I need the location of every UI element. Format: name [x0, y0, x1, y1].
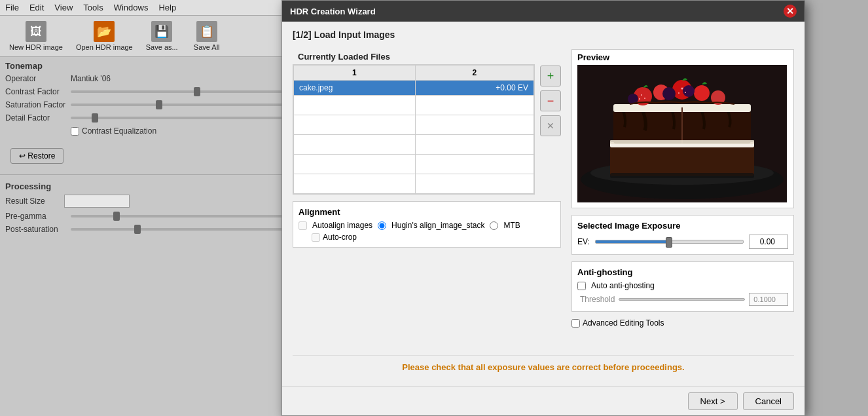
- alignment-options: Autoalign images Hugin's align_image_sta…: [298, 221, 555, 242]
- svg-point-20: [678, 92, 679, 94]
- exposure-section: Selected Image Exposure EV:: [571, 215, 794, 255]
- step-title: [1/2] Load Input Images: [293, 29, 794, 40]
- remove-file-button[interactable]: −: [540, 90, 561, 111]
- svg-point-10: [694, 85, 710, 101]
- autoalign-row: Autoalign images Hugin's align_image_sta…: [298, 221, 555, 230]
- empty-row-3: [294, 135, 534, 155]
- menu-help[interactable]: Help: [158, 3, 176, 12]
- new-hdr-icon: 🖼: [26, 21, 46, 42]
- ev-label: EV:: [577, 237, 590, 246]
- alignment-title: Alignment: [298, 207, 555, 217]
- post-saturation-slider[interactable]: [71, 228, 283, 231]
- mtb-radio[interactable]: [490, 221, 498, 230]
- saturation-slider[interactable]: [71, 104, 283, 106]
- mtb-label: MTB: [503, 221, 520, 230]
- left-panel: Currently Loaded Files 1 2: [293, 49, 561, 349]
- svg-point-12: [662, 87, 676, 100]
- files-with-controls: 1 2 cake.jpeg +0.00 EV: [293, 64, 561, 195]
- preview-image: [577, 65, 787, 202]
- files-table: 1 2 cake.jpeg +0.00 EV: [293, 65, 534, 194]
- menu-windows[interactable]: Windows: [114, 3, 149, 12]
- result-size-row: Result Size: [0, 193, 288, 210]
- menu-tools[interactable]: Tools: [83, 3, 103, 12]
- threshold-input[interactable]: [749, 293, 788, 306]
- svg-rect-3: [610, 143, 754, 176]
- ev-input[interactable]: [749, 235, 788, 249]
- svg-point-16: [644, 98, 645, 99]
- save-as-icon: 💾: [151, 21, 172, 42]
- empty-row-2: [294, 115, 534, 135]
- app-menubar: File Edit View Tools Windows Help: [0, 0, 288, 16]
- result-size-label: Result Size: [5, 197, 64, 206]
- contrast-eq-checkbox[interactable]: [71, 127, 79, 136]
- svg-point-18: [681, 88, 683, 90]
- processing-title: Processing: [0, 178, 288, 193]
- contrast-row: Contrast Factor: [0, 85, 288, 98]
- contrast-eq-label: Contrast Equalization: [82, 126, 156, 136]
- result-size-input[interactable]: [64, 195, 130, 208]
- hugin-label: Hugin's align_image_stack: [391, 221, 484, 230]
- menu-file[interactable]: File: [5, 3, 19, 12]
- svg-point-17: [639, 98, 640, 100]
- save-as-button[interactable]: 💾 Save as...: [142, 20, 182, 52]
- dialog-close-button[interactable]: ✕: [784, 5, 797, 18]
- dialog-body: [1/2] Load Input Images Currently Loaded…: [282, 22, 805, 387]
- clear-files-button[interactable]: ✕: [540, 115, 561, 136]
- alignment-section: Alignment Autoalign images Hugin's align…: [293, 201, 561, 248]
- post-saturation-label: Post-saturation: [5, 225, 71, 234]
- save-all-button[interactable]: 📋 Save All: [187, 20, 226, 52]
- threshold-row: Threshold: [577, 293, 788, 306]
- hdr-wizard-dialog: HDR Creation Wizard ✕ [1/2] Load Input I…: [281, 0, 805, 416]
- anti-ghosting-options: Auto anti-ghosting Threshold: [577, 281, 788, 306]
- file-controls: + − ✕: [540, 64, 561, 136]
- ev-slider[interactable]: [595, 240, 744, 244]
- anti-ghosting-section: Anti-ghosting Auto anti-ghosting Thresho…: [571, 261, 794, 312]
- empty-row-5: [294, 174, 534, 194]
- main-content: Currently Loaded Files 1 2: [293, 49, 794, 349]
- add-file-button[interactable]: +: [540, 66, 561, 86]
- threshold-slider[interactable]: [619, 298, 745, 301]
- menu-view[interactable]: View: [54, 3, 73, 12]
- cancel-button[interactable]: Cancel: [743, 392, 794, 410]
- advanced-editing-label: Advanced Editing Tools: [583, 318, 664, 328]
- dialog-title: HDR Creation Wizard: [290, 7, 376, 16]
- autoalign-checkbox[interactable]: [298, 221, 307, 230]
- next-button[interactable]: Next >: [688, 392, 738, 410]
- menu-edit[interactable]: Edit: [29, 3, 44, 12]
- pre-gamma-slider[interactable]: [71, 215, 283, 217]
- col2-header: 2: [415, 66, 533, 81]
- threshold-label: Threshold: [580, 295, 615, 304]
- svg-rect-22: [610, 173, 754, 178]
- auto-antighost-checkbox[interactable]: [577, 282, 586, 290]
- svg-rect-21: [610, 140, 754, 144]
- warning-text: Please check that all exposure values ar…: [293, 355, 794, 379]
- advanced-editing-checkbox[interactable]: [571, 319, 580, 328]
- svg-point-19: [685, 92, 686, 93]
- empty-row-4: [294, 155, 534, 174]
- processing-section: Processing Result Size Pre-gamma Post-sa…: [0, 174, 288, 236]
- open-hdr-icon: 📂: [94, 21, 115, 42]
- cake-image: [577, 65, 787, 202]
- detail-slider[interactable]: [71, 117, 283, 119]
- contrast-slider[interactable]: [71, 90, 283, 93]
- preview-section: Preview: [571, 49, 794, 208]
- hugin-radio[interactable]: [378, 221, 386, 230]
- operator-value: Mantiuk '06: [71, 74, 111, 83]
- autoalign-label: Autoalign images: [312, 221, 372, 230]
- auto-antighost-label: Auto anti-ghosting: [591, 281, 655, 290]
- save-all-icon: 📋: [196, 21, 217, 42]
- filename-cell: cake.jpeg: [294, 81, 416, 96]
- dialog-titlebar: HDR Creation Wizard ✕: [282, 1, 805, 22]
- autocrop-checkbox[interactable]: [312, 233, 320, 242]
- table-row[interactable]: cake.jpeg +0.00 EV: [294, 81, 534, 96]
- preview-title: Preview: [572, 50, 793, 65]
- restore-button[interactable]: ↩ Restore: [10, 148, 63, 164]
- new-hdr-button[interactable]: 🖼 New HDR image: [5, 20, 67, 52]
- app-toolbar: 🖼 New HDR image 📂 Open HDR image 💾 Save …: [0, 16, 288, 57]
- post-saturation-row: Post-saturation: [0, 223, 288, 236]
- col1-header: 1: [294, 66, 416, 81]
- open-hdr-button[interactable]: 📂 Open HDR image: [72, 20, 137, 52]
- detail-row: Detail Factor: [0, 111, 288, 124]
- saturation-label: Saturation Factor: [5, 100, 71, 109]
- ev-slider-thumb: [666, 237, 672, 248]
